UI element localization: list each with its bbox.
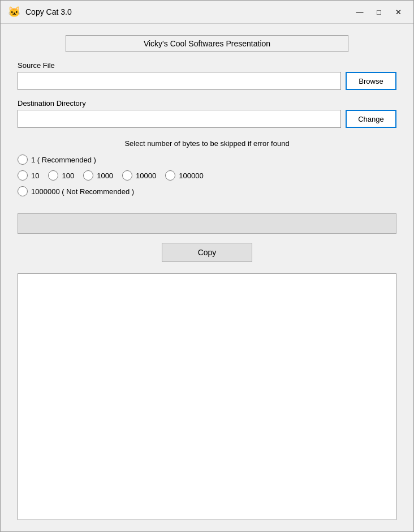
radio-100-label: 100 <box>62 171 74 180</box>
radio-item-100[interactable]: 100 <box>48 170 74 181</box>
browse-button[interactable]: Browse <box>346 72 396 90</box>
maximize-button[interactable]: □ <box>370 6 387 18</box>
minimize-button[interactable]: — <box>351 6 368 18</box>
radio-item-10[interactable]: 10 <box>18 170 39 181</box>
destination-input[interactable] <box>18 110 341 128</box>
radio-item-10000[interactable]: 10000 <box>122 170 156 181</box>
change-button[interactable]: Change <box>346 110 396 128</box>
output-area <box>18 273 396 520</box>
destination-row: Change <box>18 110 396 128</box>
destination-label: Destination Directory <box>18 99 396 108</box>
title-bar: 🐱 Copy Cat 3.0 — □ ✕ <box>1 1 413 24</box>
title-bar-controls: — □ ✕ <box>351 6 407 18</box>
radio-10-label: 10 <box>31 171 39 180</box>
skip-label: Select number of bytes to be skipped if … <box>18 139 396 148</box>
radio-item-100000[interactable]: 100000 <box>165 170 203 181</box>
presentation-label: Vicky's Cool Softwares Presentation <box>66 35 348 52</box>
copy-button[interactable]: Copy <box>162 243 252 262</box>
main-window: 🐱 Copy Cat 3.0 — □ ✕ Vicky's Cool Softwa… <box>0 0 414 532</box>
source-file-row: Browse <box>18 72 396 90</box>
radio-item-1000[interactable]: 1000 <box>83 170 113 181</box>
app-icon: 🐱 <box>7 5 21 19</box>
content-area: Vicky's Cool Softwares Presentation Sour… <box>1 24 413 531</box>
radio-1000000-label: 1000000 ( Not Recommended ) <box>31 187 134 196</box>
source-file-label: Source File <box>18 61 396 70</box>
source-file-input[interactable] <box>18 72 341 90</box>
radio-1000000[interactable] <box>18 186 28 196</box>
radio-1000-label: 1000 <box>97 171 113 180</box>
radio-1000[interactable] <box>83 170 93 181</box>
progress-bar <box>18 213 396 234</box>
radio-100000[interactable] <box>165 170 175 181</box>
radio-10000[interactable] <box>122 170 132 181</box>
destination-group: Destination Directory Change <box>18 99 396 128</box>
radio-10000-label: 10000 <box>136 171 156 180</box>
radio-100000-label: 100000 <box>179 171 203 180</box>
source-file-group: Source File Browse <box>18 61 396 90</box>
skip-radio-row-2: 10 100 1000 10000 100000 <box>18 170 396 181</box>
radio-1-label: 1 ( Recommended ) <box>31 156 96 164</box>
skip-radio-row-1: 1 ( Recommended ) <box>18 155 396 165</box>
close-button[interactable]: ✕ <box>390 6 407 18</box>
title-bar-left: 🐱 Copy Cat 3.0 <box>7 5 72 19</box>
skip-section: Select number of bytes to be skipped if … <box>18 139 396 202</box>
window-title: Copy Cat 3.0 <box>25 7 72 16</box>
radio-100[interactable] <box>48 170 58 181</box>
radio-item-1000000[interactable]: 1000000 ( Not Recommended ) <box>18 186 134 196</box>
radio-item-1[interactable]: 1 ( Recommended ) <box>18 155 96 165</box>
radio-10[interactable] <box>18 170 28 181</box>
radio-1[interactable] <box>18 155 28 165</box>
skip-radio-row-3: 1000000 ( Not Recommended ) <box>18 186 396 196</box>
